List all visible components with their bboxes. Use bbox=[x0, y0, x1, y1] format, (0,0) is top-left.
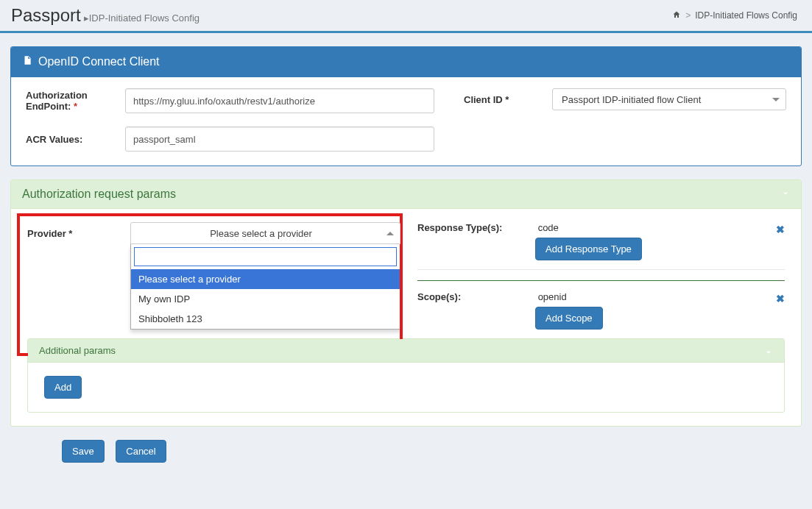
close-icon: ✖ bbox=[776, 293, 785, 305]
response-types-row: Response Type(s): code ✖ Add Response Ty… bbox=[417, 222, 785, 270]
acr-values-input[interactable] bbox=[125, 127, 434, 152]
remove-scope-button[interactable]: ✖ bbox=[776, 293, 785, 305]
openid-client-panel: OpenID Connect Client Authorization EndP… bbox=[10, 46, 802, 166]
cancel-button[interactable]: Cancel bbox=[116, 440, 166, 463]
provider-option[interactable]: Shibboleth 123 bbox=[131, 309, 400, 329]
chevron-up-icon bbox=[386, 232, 394, 235]
value-scopes: openid bbox=[538, 291, 567, 302]
remove-response-type-button[interactable]: ✖ bbox=[776, 224, 785, 235]
panel-title: Additional params bbox=[39, 345, 116, 356]
svg-rect-0 bbox=[26, 60, 30, 60]
provider-option[interactable]: Please select a provider bbox=[131, 269, 400, 289]
svg-rect-2 bbox=[26, 63, 29, 63]
chevron-down-icon bbox=[772, 98, 780, 102]
save-button[interactable]: Save bbox=[62, 440, 105, 463]
caret-right-icon: ▸ bbox=[84, 13, 89, 24]
panel-title: Authorization request params bbox=[22, 188, 176, 201]
chevron-down-icon bbox=[780, 188, 791, 202]
panel-heading: OpenID Connect Client bbox=[11, 47, 801, 77]
scopes-row: Scope(s): openid ✖ Add Scope bbox=[417, 280, 785, 338]
authz-request-params-panel: Authorization request params Provider * … bbox=[10, 179, 802, 427]
label-client-id: Client ID * bbox=[464, 94, 552, 105]
label-scopes: Scope(s): bbox=[417, 291, 535, 302]
label-response-types: Response Type(s): bbox=[417, 222, 535, 233]
label-acr-values: ACR Values: bbox=[26, 134, 125, 145]
svg-rect-1 bbox=[26, 61, 30, 62]
panel-heading[interactable]: Authorization request params bbox=[11, 180, 801, 209]
page-subtitle: ▸IDP-Initiated Flows Config bbox=[84, 13, 200, 24]
label-authz-endpoint: Authorization EndPoint: * bbox=[26, 90, 125, 112]
add-scope-button[interactable]: Add Scope bbox=[535, 307, 603, 330]
breadcrumb-current: IDP-Initiated Flows Config bbox=[695, 10, 797, 21]
breadcrumb-separator: > bbox=[685, 10, 691, 21]
authz-endpoint-input[interactable] bbox=[125, 88, 434, 113]
provider-select[interactable]: Please select a provider bbox=[130, 222, 400, 244]
client-id-select[interactable]: Passport IDP-initiated flow Client bbox=[552, 88, 786, 110]
chevron-down-icon bbox=[763, 347, 774, 360]
add-param-button[interactable]: Add bbox=[44, 376, 82, 399]
page-header: Passport ▸IDP-Initiated Flows Config > I… bbox=[0, 0, 812, 33]
provider-option[interactable]: My own IDP bbox=[131, 289, 400, 309]
additional-params-heading[interactable]: Additional params bbox=[28, 339, 784, 363]
home-icon[interactable] bbox=[672, 10, 681, 21]
value-response-types: code bbox=[538, 222, 559, 233]
panel-title: OpenID Connect Client bbox=[38, 55, 160, 68]
document-icon bbox=[22, 54, 32, 69]
close-icon: ✖ bbox=[776, 224, 785, 235]
breadcrumb: > IDP-Initiated Flows Config bbox=[672, 10, 797, 21]
add-response-type-button[interactable]: Add Response Type bbox=[535, 238, 642, 260]
label-provider: Provider * bbox=[27, 228, 130, 239]
page-title: Passport bbox=[11, 5, 81, 26]
provider-dropdown: Please select a provider My own IDP Shib… bbox=[130, 244, 400, 330]
form-actions: Save Cancel bbox=[62, 440, 802, 463]
provider-search-input[interactable] bbox=[134, 247, 397, 266]
